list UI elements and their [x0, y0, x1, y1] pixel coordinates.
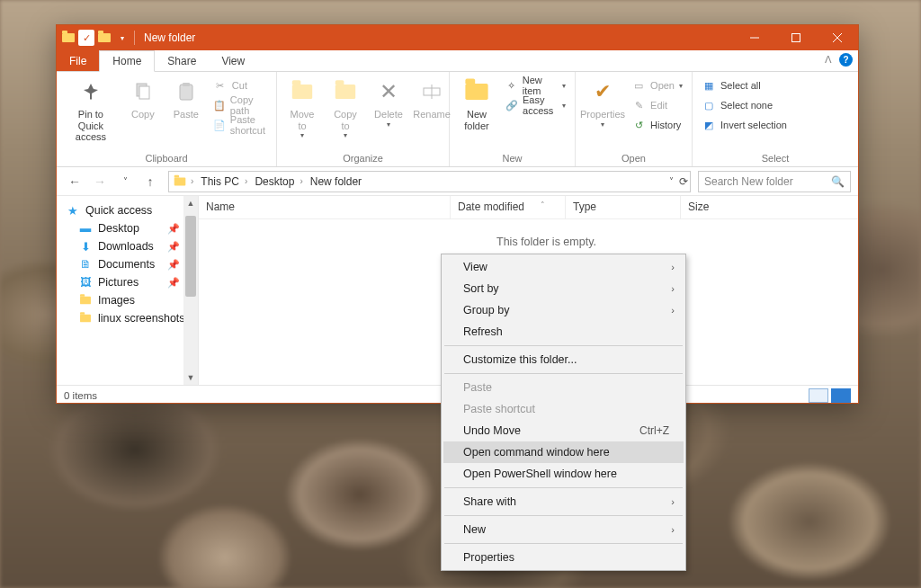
column-headers: Name˄ Date modified Type Size: [199, 196, 858, 219]
sidebar-item-documents[interactable]: 🗎 Documents📌: [66, 255, 198, 273]
minimize-button[interactable]: [734, 25, 775, 50]
address-bar[interactable]: › This PC › Desktop › New folder ˅ ⟳: [168, 171, 691, 192]
crumb-folder[interactable]: New folder: [308, 175, 363, 188]
qat-newfolder-icon[interactable]: [96, 30, 112, 46]
easy-access-button[interactable]: 🔗Easy access ▾: [500, 95, 571, 115]
cut-button[interactable]: ✂Cut: [208, 76, 273, 95]
folder-icon: [78, 312, 93, 325]
svg-rect-1: [792, 34, 800, 42]
newitem-icon: ✧: [505, 78, 518, 93]
details-view-button[interactable]: [809, 388, 828, 403]
recent-dropdown[interactable]: ˅: [114, 171, 136, 192]
newfolder-icon: [462, 77, 491, 106]
scissors-icon: ✂: [213, 78, 228, 93]
folder-icon: [78, 294, 93, 307]
ctx-undo-move[interactable]: Undo MoveCtrl+Z: [443, 420, 684, 441]
addr-dropdown-icon[interactable]: ˅: [669, 176, 674, 186]
new-item-button[interactable]: ✧New item ▾: [500, 76, 571, 95]
pin-icon: 📌: [167, 223, 180, 235]
empty-folder-message: This folder is empty.: [199, 219, 858, 255]
search-icon: 🔍: [831, 175, 845, 188]
up-button[interactable]: ↑: [139, 171, 161, 192]
collapse-ribbon-icon[interactable]: ᐱ: [825, 54, 832, 66]
ctx-open-powershell[interactable]: Open PowerShell window here: [443, 463, 684, 485]
maximize-button[interactable]: [775, 25, 817, 50]
sidebar-quick-access[interactable]: ★ Quick access: [66, 201, 198, 219]
copy-to-button[interactable]: Copy to▾: [324, 74, 367, 139]
scroll-down-icon[interactable]: ▼: [183, 370, 198, 385]
history-icon: ↺: [631, 118, 646, 132]
addr-folder-icon: [173, 175, 187, 188]
scroll-up-icon[interactable]: ▲: [183, 196, 198, 210]
copy-path-button[interactable]: 📋Copy path: [208, 95, 273, 115]
col-date[interactable]: Date modified: [451, 196, 566, 218]
qat-customize-icon[interactable]: ▾: [114, 30, 130, 46]
properties-button[interactable]: ✔Properties▾: [579, 74, 626, 129]
sidebar-scrollbar[interactable]: ▲ ▼: [183, 196, 198, 385]
chevron-right-icon: ›: [671, 262, 675, 272]
ctx-new[interactable]: New›: [443, 519, 684, 540]
sidebar-item-downloads[interactable]: ⬇ Downloads📌: [66, 237, 198, 255]
pictures-icon: 🖼: [78, 276, 93, 289]
sidebar-item-images[interactable]: Images: [66, 291, 198, 309]
tab-home[interactable]: Home: [99, 50, 155, 72]
ctx-customize[interactable]: Customize this folder...: [443, 349, 684, 370]
ctx-paste-shortcut[interactable]: Paste shortcut: [443, 398, 684, 420]
pin-to-quickaccess-button[interactable]: Pin to Quick access: [60, 74, 121, 143]
qat-properties-icon[interactable]: ✓: [78, 30, 94, 46]
open-button[interactable]: ▭Open ▾: [626, 76, 688, 95]
tab-file[interactable]: File: [57, 50, 99, 71]
move-to-button[interactable]: Move to▾: [281, 74, 324, 139]
copy-button[interactable]: Copy: [121, 74, 165, 120]
refresh-icon[interactable]: ⟳: [679, 175, 688, 188]
ctx-properties[interactable]: Properties: [443, 547, 684, 568]
ctx-refresh[interactable]: Refresh: [443, 321, 684, 343]
pin-icon: 📌: [167, 259, 180, 271]
ctx-share-with[interactable]: Share with›: [443, 491, 684, 512]
back-button[interactable]: ←: [64, 171, 85, 192]
select-none-button[interactable]: ▢Select none: [696, 95, 792, 115]
crumb-thispc[interactable]: This PC: [199, 175, 241, 188]
forward-button[interactable]: →: [89, 171, 111, 192]
paste-icon: [172, 77, 201, 106]
shortcut-label: Ctrl+Z: [639, 424, 669, 437]
sidebar-item-linux[interactable]: linux screenshots: [66, 309, 198, 327]
paste-shortcut-button[interactable]: 📄Paste shortcut: [208, 115, 273, 135]
icons-view-button[interactable]: [831, 388, 851, 403]
edit-button[interactable]: ✎Edit: [626, 95, 688, 115]
select-all-button[interactable]: ▦Select all: [696, 76, 792, 95]
ctx-view[interactable]: View›: [443, 256, 684, 278]
path-icon: 📋: [213, 98, 226, 112]
col-type[interactable]: Type: [566, 196, 681, 218]
history-button[interactable]: ↺History: [626, 115, 688, 135]
help-icon[interactable]: ?: [839, 53, 853, 67]
ctx-sortby[interactable]: Sort by›: [443, 278, 684, 299]
col-size[interactable]: Size: [681, 196, 858, 218]
pin-icon: 📌: [167, 277, 180, 289]
ctx-groupby[interactable]: Group by›: [443, 299, 684, 321]
group-label: Clipboard: [60, 151, 273, 166]
search-input[interactable]: Search New folder 🔍: [698, 171, 851, 192]
tab-view[interactable]: View: [209, 50, 257, 71]
chevron-right-icon: ›: [671, 496, 675, 507]
invert-selection-button[interactable]: ◩Invert selection: [696, 115, 792, 135]
titlebar: ✓ ▾ New folder: [57, 25, 858, 50]
invert-icon: ◩: [702, 118, 716, 132]
paste-button[interactable]: Paste: [165, 74, 208, 120]
new-folder-button[interactable]: New folder: [453, 74, 500, 131]
col-name[interactable]: Name˄: [199, 196, 451, 218]
close-button[interactable]: [817, 25, 858, 50]
easyaccess-icon: 🔗: [505, 98, 518, 112]
rename-button[interactable]: Rename: [410, 74, 453, 120]
pin-icon: 📌: [167, 241, 180, 253]
ctx-paste[interactable]: Paste: [443, 377, 684, 398]
item-count: 0 items: [64, 390, 97, 401]
downloads-icon: ⬇: [78, 240, 93, 253]
tab-share[interactable]: Share: [155, 50, 209, 71]
scroll-thumb[interactable]: [185, 216, 196, 297]
sidebar-item-pictures[interactable]: 🖼 Pictures📌: [66, 273, 198, 291]
ctx-open-command-window[interactable]: Open command window here: [443, 441, 684, 463]
crumb-desktop[interactable]: Desktop: [253, 175, 296, 188]
sidebar-item-desktop[interactable]: ▬ Desktop📌: [66, 219, 198, 237]
delete-button[interactable]: ✕Delete▾: [367, 74, 410, 129]
